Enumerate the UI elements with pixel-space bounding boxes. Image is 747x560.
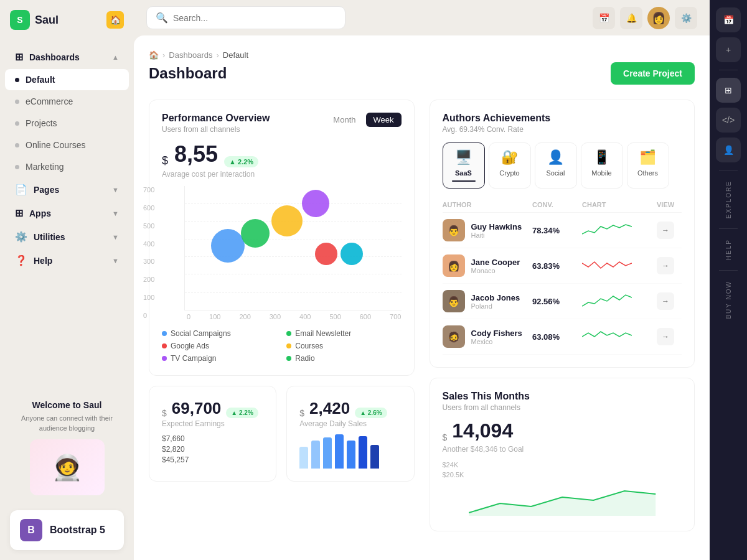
authors-tabs: 🖥️ SaaS 🔐 Crypto 👤 Social bbox=[443, 142, 682, 189]
welcome-title: Welcome to Saul bbox=[10, 400, 124, 410]
chevron-down-icon: ▼ bbox=[112, 257, 119, 264]
sidebar-item-label: Help bbox=[34, 256, 52, 266]
table-row: 👩 Jane Cooper Monaco 63.83% → bbox=[443, 248, 682, 284]
avatar: 🧔 bbox=[443, 325, 465, 348]
breadcrumb: 🏠 › Dashboards › Default bbox=[149, 50, 695, 60]
legend-tv: TV Campaign bbox=[162, 354, 276, 363]
sidebar-item-help[interactable]: ❓ Help ▼ bbox=[5, 249, 129, 272]
page-title: Dashboard bbox=[149, 65, 227, 82]
author-name: Guy Hawkins bbox=[471, 222, 522, 231]
avatar: 👩 bbox=[443, 254, 465, 277]
author-country: Poland bbox=[471, 302, 520, 310]
dashboards-icon: ⊞ bbox=[15, 51, 23, 63]
daily-sales-bars bbox=[299, 434, 401, 469]
col-conv: CONV. bbox=[532, 201, 582, 208]
dark-btn-user[interactable]: 👤 bbox=[716, 138, 741, 162]
month-button[interactable]: Month bbox=[326, 113, 363, 127]
apps-icon: ⊞ bbox=[15, 207, 23, 219]
notifications-button[interactable]: 🔔 bbox=[620, 7, 642, 29]
performance-title: Performance Overview bbox=[162, 113, 270, 124]
legend-social: Social Campaigns bbox=[162, 329, 276, 338]
view-button[interactable]: → bbox=[657, 257, 674, 274]
svg-marker-0 bbox=[469, 491, 655, 516]
tab-saas[interactable]: 🖥️ SaaS bbox=[443, 142, 485, 189]
left-column: Performance Overview Users from all chan… bbox=[149, 100, 415, 531]
sidebar-header: S Saul 🏠 bbox=[0, 0, 134, 40]
sidebar-item-pages[interactable]: 📄 Pages ▼ bbox=[5, 178, 129, 201]
calendar-button[interactable]: 📅 bbox=[593, 7, 615, 29]
metric-currency: $ bbox=[162, 154, 168, 167]
earnings-value: 69,700 bbox=[172, 399, 222, 418]
legend-email: Email Newsletter bbox=[286, 329, 401, 338]
sidebar-item-projects[interactable]: Projects bbox=[5, 113, 129, 134]
sidebar-item-dashboards[interactable]: ⊞ Dashboards ▲ bbox=[5, 45, 129, 68]
mobile-icon: 📱 bbox=[593, 149, 610, 166]
bootstrap-label: Bootstrap 5 bbox=[50, 525, 105, 536]
tab-crypto[interactable]: 🔐 Crypto bbox=[489, 142, 531, 189]
bottom-metrics: $ 69,700 ▲ 2.2% Expected Earnings $7,660… bbox=[149, 386, 415, 482]
view-button[interactable]: → bbox=[657, 222, 674, 239]
conv-rate: 63.83% bbox=[532, 261, 582, 271]
dark-btn-grid[interactable]: ⊞ bbox=[716, 78, 741, 103]
astronaut-illustration: 🧑‍🚀 bbox=[30, 439, 105, 495]
content-area: 🏠 › Dashboards › Default Dashboard Creat… bbox=[134, 35, 710, 560]
sidebar-nav: ⊞ Dashboards ▲ Default eCommerce Project… bbox=[0, 40, 134, 390]
authors-table-header: AUTHOR CONV. CHART VIEW bbox=[443, 197, 682, 213]
table-row: 👨 Guy Hawkins Haiti 78.34% → bbox=[443, 213, 682, 248]
page-header: 🏠 › Dashboards › Default Dashboard Creat… bbox=[149, 50, 695, 87]
week-button[interactable]: Week bbox=[366, 113, 402, 127]
sidebar-item-marketing[interactable]: Marketing bbox=[5, 156, 129, 177]
help-label: Help bbox=[725, 236, 732, 263]
chevron-down-icon: ▼ bbox=[112, 233, 119, 241]
performance-card: Performance Overview Users from all chan… bbox=[149, 100, 415, 376]
settings-button[interactable]: ⚙️ bbox=[675, 7, 697, 29]
sidebar: S Saul 🏠 ⊞ Dashboards ▲ Default eCommerc… bbox=[0, 0, 134, 560]
bootstrap-icon: B bbox=[20, 519, 42, 541]
expected-earnings-card: $ 69,700 ▲ 2.2% Expected Earnings $7,660… bbox=[149, 386, 276, 482]
tab-others[interactable]: 🗂️ Others bbox=[627, 142, 669, 189]
sidebar-item-online-courses[interactable]: Online Courses bbox=[5, 134, 129, 156]
dark-btn-add[interactable]: + bbox=[716, 37, 741, 62]
pages-icon: 📄 bbox=[15, 184, 27, 195]
sparkline-chart bbox=[582, 328, 632, 345]
sparkline-chart bbox=[582, 292, 632, 310]
performance-subtitle: Users from all channels bbox=[162, 125, 270, 134]
sidebar-item-apps[interactable]: ⊞ Apps ▼ bbox=[5, 202, 129, 225]
author-name: Jacob Jones bbox=[471, 293, 520, 302]
home-icon: 🏠 bbox=[149, 50, 159, 60]
view-button[interactable]: → bbox=[657, 292, 674, 310]
bubble-chart-wrapper: 700 600 500 400 300 200 100 0 bbox=[162, 186, 402, 320]
bubble-chart bbox=[184, 186, 402, 310]
sidebar-item-label: Default bbox=[26, 75, 55, 85]
topbar: 🔍 📅 🔔 👩 ⚙️ bbox=[134, 0, 710, 35]
dark-btn-calendar[interactable]: 📅 bbox=[716, 7, 741, 32]
legend-courses: Courses bbox=[286, 342, 401, 350]
crypto-icon: 🔐 bbox=[501, 149, 518, 166]
author-country: Monaco bbox=[471, 267, 520, 274]
tab-social[interactable]: 👤 Social bbox=[535, 142, 577, 189]
sales-month-card: Sales This Months Users from all channel… bbox=[430, 378, 695, 531]
table-row: 🧔 Cody Fishers Mexico 63.08% → bbox=[443, 319, 682, 355]
search-input[interactable] bbox=[173, 13, 336, 23]
search-box[interactable]: 🔍 bbox=[146, 6, 345, 29]
bubble-email bbox=[241, 219, 270, 248]
avatar: 👨 bbox=[443, 290, 465, 312]
sidebar-item-default[interactable]: Default bbox=[5, 69, 129, 90]
page-title-row: Dashboard Create Project bbox=[149, 62, 695, 85]
dot-icon bbox=[15, 100, 19, 104]
buy-label: Buy now bbox=[725, 278, 732, 322]
social-icon: 👤 bbox=[547, 149, 564, 166]
tab-mobile[interactable]: 📱 Mobile bbox=[581, 142, 623, 189]
dark-btn-code[interactable]: </> bbox=[716, 108, 741, 133]
chevron-down-icon: ▼ bbox=[112, 210, 119, 217]
dot-icon bbox=[15, 121, 19, 126]
create-project-button[interactable]: Create Project bbox=[611, 62, 695, 85]
daily-sales-card: $ 2,420 ▲ 2.6% Average Daily Sales bbox=[286, 386, 414, 482]
breadcrumb-dashboards[interactable]: Dashboards bbox=[169, 50, 212, 60]
sidebar-item-ecommerce[interactable]: eCommerce bbox=[5, 91, 129, 112]
view-button[interactable]: → bbox=[657, 328, 674, 345]
back-button[interactable]: 🏠 bbox=[106, 11, 124, 29]
breadcrumb-current: Default bbox=[223, 50, 248, 60]
active-dot-icon bbox=[15, 78, 19, 82]
sidebar-item-utilities[interactable]: ⚙️ Utilities ▼ bbox=[5, 225, 129, 248]
